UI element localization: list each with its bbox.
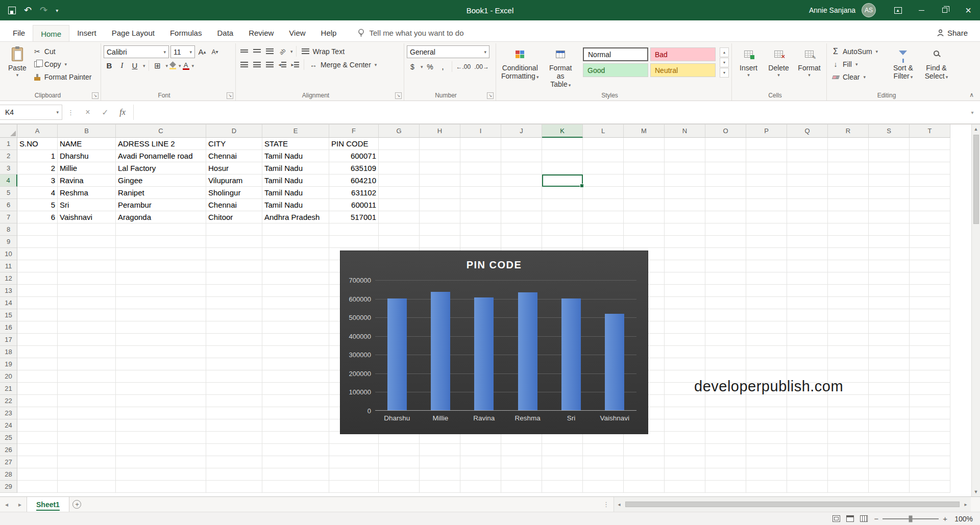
cell-C28[interactable]	[116, 468, 206, 481]
cell-A22[interactable]	[17, 395, 58, 407]
cell-F1[interactable]: PIN CODE	[329, 138, 379, 150]
cell-E19[interactable]	[262, 358, 329, 370]
cell-R29[interactable]	[828, 481, 869, 493]
cell-N3[interactable]	[665, 162, 705, 174]
cell-T2[interactable]	[910, 150, 950, 162]
cell-P9[interactable]	[746, 236, 787, 248]
cell-L26[interactable]	[583, 444, 624, 456]
cell-T16[interactable]	[910, 321, 950, 334]
cell-H8[interactable]	[420, 223, 460, 236]
cell-C14[interactable]	[116, 297, 206, 309]
cell-D22[interactable]	[206, 395, 262, 407]
cell-R7[interactable]	[828, 211, 869, 223]
cell-K28[interactable]	[542, 468, 583, 481]
cell-O15[interactable]	[705, 309, 746, 321]
cell-O27[interactable]	[705, 456, 746, 468]
dialog-launcher-icon[interactable]: ↘	[227, 92, 233, 99]
cell-O4[interactable]	[705, 174, 746, 187]
cell-D5[interactable]: Sholingur	[206, 187, 262, 199]
cell-T23[interactable]	[910, 407, 950, 419]
cell-O19[interactable]	[705, 358, 746, 370]
cell-F26[interactable]	[329, 444, 379, 456]
cell-style-normal[interactable]: Normal	[583, 47, 648, 61]
cell-A4[interactable]: 3	[17, 174, 58, 187]
cell-E3[interactable]: Tamil Nadu	[262, 162, 329, 174]
align-right-button[interactable]	[264, 59, 275, 70]
cell-N9[interactable]	[665, 236, 705, 248]
cell-R25[interactable]	[828, 432, 869, 444]
cell-D1[interactable]: CITY	[206, 138, 262, 150]
cell-A19[interactable]	[17, 358, 58, 370]
cell-O18[interactable]	[705, 346, 746, 358]
cell-B20[interactable]	[58, 370, 116, 383]
cell-N6[interactable]	[665, 199, 705, 211]
cell-K8[interactable]	[542, 223, 583, 236]
cell-R17[interactable]	[828, 334, 869, 346]
cell-C23[interactable]	[116, 407, 206, 419]
cell-C2[interactable]: Avadi Ponamelle road	[116, 150, 206, 162]
cell-O7[interactable]	[705, 211, 746, 223]
cell-Q12[interactable]	[787, 272, 828, 285]
cell-N12[interactable]	[665, 272, 705, 285]
cell-E17[interactable]	[262, 334, 329, 346]
tab-help[interactable]: Help	[313, 24, 345, 41]
cell-style-bad[interactable]: Bad	[650, 47, 716, 61]
cell-E24[interactable]	[262, 419, 329, 432]
cell-F2[interactable]: 600071	[329, 150, 379, 162]
new-sheet-button[interactable]: +	[69, 497, 85, 512]
cell-C5[interactable]: Ranipet	[116, 187, 206, 199]
cell-N2[interactable]	[665, 150, 705, 162]
cell-P17[interactable]	[746, 334, 787, 346]
cell-C29[interactable]	[116, 481, 206, 493]
cell-D3[interactable]: Hosur	[206, 162, 262, 174]
cell-B9[interactable]	[58, 236, 116, 248]
cell-B29[interactable]	[58, 481, 116, 493]
zoom-slider[interactable]: − +	[874, 514, 947, 523]
cell-O10[interactable]	[705, 248, 746, 260]
column-header-L[interactable]: L	[583, 124, 624, 138]
cell-Q4[interactable]	[787, 174, 828, 187]
cell-B8[interactable]	[58, 223, 116, 236]
cell-Q13[interactable]	[787, 285, 828, 297]
cell-S20[interactable]	[869, 370, 910, 383]
cell-S25[interactable]	[869, 432, 910, 444]
cell-T28[interactable]	[910, 468, 950, 481]
cell-R26[interactable]	[828, 444, 869, 456]
cell-C17[interactable]	[116, 334, 206, 346]
cell-N4[interactable]	[665, 174, 705, 187]
cell-N15[interactable]	[665, 309, 705, 321]
cell-A2[interactable]: 1	[17, 150, 58, 162]
increase-decimal-button[interactable]: ←.00	[455, 61, 472, 72]
cell-P1[interactable]	[746, 138, 787, 150]
cell-K26[interactable]	[542, 444, 583, 456]
horizontal-scrollbar[interactable]: ◂ ▸	[614, 497, 971, 512]
cell-I1[interactable]	[460, 138, 501, 150]
cell-A5[interactable]: 4	[17, 187, 58, 199]
cell-Q5[interactable]	[787, 187, 828, 199]
gallery-down-icon[interactable]: ▾	[720, 58, 729, 67]
customize-qat-icon[interactable]: ▾	[56, 8, 58, 13]
cell-A1[interactable]: S.NO	[17, 138, 58, 150]
cell-I29[interactable]	[460, 481, 501, 493]
cell-B25[interactable]	[58, 432, 116, 444]
cell-C7[interactable]: Aragonda	[116, 211, 206, 223]
cell-R18[interactable]	[828, 346, 869, 358]
cell-L8[interactable]	[583, 223, 624, 236]
cell-N22[interactable]	[665, 395, 705, 407]
cell-I6[interactable]	[460, 199, 501, 211]
cell-C20[interactable]	[116, 370, 206, 383]
cell-F4[interactable]: 604210	[329, 174, 379, 187]
autosum-button[interactable]: ΣAutoSum▾	[829, 46, 886, 57]
cell-Q11[interactable]	[787, 260, 828, 272]
cell-D6[interactable]: Chennai	[206, 199, 262, 211]
align-center-button[interactable]	[251, 59, 262, 70]
copy-button[interactable]: Copy▾	[31, 59, 93, 70]
cell-Q6[interactable]	[787, 199, 828, 211]
cell-S29[interactable]	[869, 481, 910, 493]
cell-B2[interactable]: Dharshu	[58, 150, 116, 162]
cell-R19[interactable]	[828, 358, 869, 370]
cell-T22[interactable]	[910, 395, 950, 407]
cell-S28[interactable]	[869, 468, 910, 481]
cell-B26[interactable]	[58, 444, 116, 456]
cell-K3[interactable]	[542, 162, 583, 174]
